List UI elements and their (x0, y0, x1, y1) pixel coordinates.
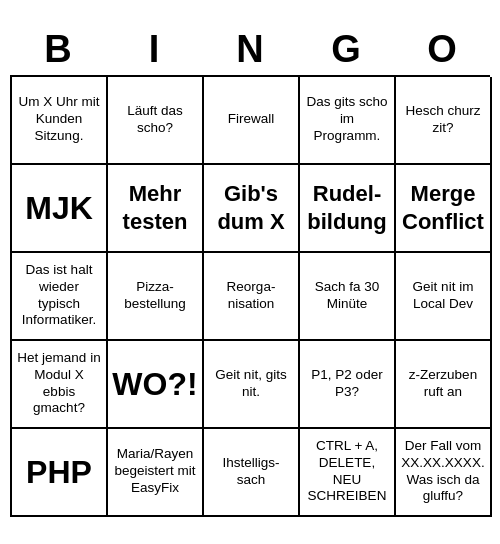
bingo-cell-23[interactable]: CTRL + A, DELETE, NEU SCHREIBEN (300, 429, 396, 517)
bingo-card: BINGO Um X Uhr mit Kunden Sitzung.Läuft … (10, 28, 490, 517)
bingo-cell-15[interactable]: Het jemand in Modul X ebbis gmacht? (12, 341, 108, 429)
bingo-cell-13[interactable]: Sach fa 30 Minüte (300, 253, 396, 341)
header-letter-i: I (109, 28, 199, 71)
bingo-cell-18[interactable]: P1, P2 oder P3? (300, 341, 396, 429)
bingo-cell-5[interactable]: MJK (12, 165, 108, 253)
bingo-header: BINGO (10, 28, 490, 71)
bingo-cell-9[interactable]: Merge Conflict (396, 165, 492, 253)
bingo-cell-7[interactable]: Gib's dum X (204, 165, 300, 253)
header-letter-o: O (397, 28, 487, 71)
bingo-cell-11[interactable]: Pizza-bestellung (108, 253, 204, 341)
bingo-cell-14[interactable]: Geit nit im Local Dev (396, 253, 492, 341)
bingo-cell-10[interactable]: Das ist halt wieder typisch Informatiker… (12, 253, 108, 341)
bingo-cell-19[interactable]: z-Zerzuben ruft an (396, 341, 492, 429)
bingo-cell-12[interactable]: Reorga-nisation (204, 253, 300, 341)
bingo-cell-8[interactable]: Rudel-bildung (300, 165, 396, 253)
bingo-cell-6[interactable]: Mehr testen (108, 165, 204, 253)
bingo-grid: Um X Uhr mit Kunden Sitzung.Läuft das sc… (10, 75, 490, 517)
bingo-cell-21[interactable]: Maria/Rayen begeistert mit EasyFix (108, 429, 204, 517)
header-letter-b: B (13, 28, 103, 71)
bingo-cell-22[interactable]: Ihstelligs-sach (204, 429, 300, 517)
bingo-cell-20[interactable]: PHP (12, 429, 108, 517)
header-letter-g: G (301, 28, 391, 71)
header-letter-n: N (205, 28, 295, 71)
bingo-cell-17[interactable]: Geit nit, gits nit. (204, 341, 300, 429)
bingo-cell-0[interactable]: Um X Uhr mit Kunden Sitzung. (12, 77, 108, 165)
bingo-cell-16[interactable]: WO?! (108, 341, 204, 429)
bingo-cell-2[interactable]: Firewall (204, 77, 300, 165)
bingo-cell-1[interactable]: Läuft das scho? (108, 77, 204, 165)
bingo-cell-24[interactable]: Der Fall vom XX.XX.XXXX. Was isch da glu… (396, 429, 492, 517)
bingo-cell-3[interactable]: Das gits scho im Programm. (300, 77, 396, 165)
bingo-cell-4[interactable]: Hesch churz zit? (396, 77, 492, 165)
